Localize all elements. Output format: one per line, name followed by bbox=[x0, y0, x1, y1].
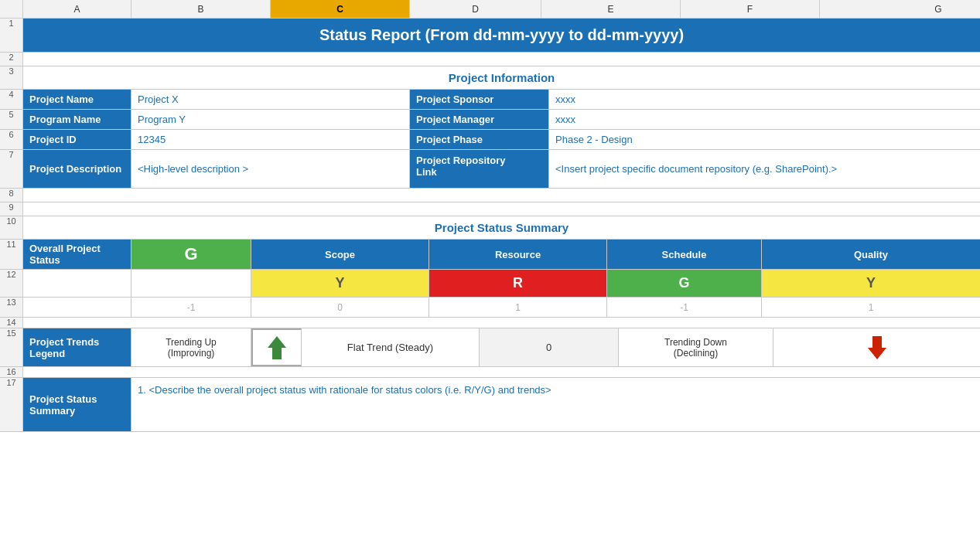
trending-down-arrow bbox=[773, 328, 980, 366]
empty-row-9: 9 bbox=[0, 202, 980, 216]
resource-number: 1 bbox=[429, 298, 607, 317]
col-header-f[interactable]: F bbox=[681, 0, 820, 18]
row-num-4: 4 bbox=[0, 90, 23, 109]
overall-status-label: Overall ProjectStatus bbox=[23, 240, 131, 269]
value-project-name[interactable]: Project X bbox=[131, 90, 410, 109]
col-header-c[interactable]: C bbox=[271, 0, 410, 18]
value-project-sponsor[interactable]: xxxx bbox=[549, 90, 980, 109]
row-num-6: 6 bbox=[0, 130, 23, 149]
status-values-row: 12 Y R G Y bbox=[0, 270, 980, 298]
info-row-1: 4 Project Name Project X Project Sponsor… bbox=[0, 90, 980, 110]
quality-header: Quality bbox=[762, 240, 980, 269]
row-num-9: 9 bbox=[0, 202, 23, 216]
title-cell: Status Report (From dd-mm-yyyy to dd-mm-… bbox=[23, 19, 980, 52]
title-text: Status Report (From dd-mm-yyyy to dd-mm-… bbox=[319, 26, 684, 43]
schedule-status-value: G bbox=[607, 270, 762, 297]
row-num-16: 16 bbox=[0, 367, 23, 377]
label-project-sponsor: Project Sponsor bbox=[410, 90, 549, 109]
row-num-15: 15 bbox=[0, 328, 23, 366]
scope-header: Scope bbox=[251, 240, 429, 269]
label-project-id: Project ID bbox=[23, 130, 131, 149]
title-row: 1 Status Report (From dd-mm-yyyy to dd-m… bbox=[0, 19, 980, 53]
value-project-repository[interactable]: <Insert project specific document reposi… bbox=[549, 150, 980, 188]
row-col-corner bbox=[0, 0, 23, 18]
row-num-1: 1 bbox=[0, 19, 23, 52]
status-cols-header-row: 11 Overall ProjectStatus G Scope Resourc… bbox=[0, 240, 980, 270]
info-row-3: 6 Project ID 12345 Project Phase Phase 2… bbox=[0, 130, 980, 150]
info-row-4: 7 Project Description <High-level descri… bbox=[0, 150, 980, 189]
spreadsheet: A B C D E F G 1 Status Report (From dd-m… bbox=[0, 0, 980, 432]
row-num-14: 14 bbox=[0, 318, 23, 328]
row-num-3: 3 bbox=[0, 66, 23, 89]
label-project-name: Project Name bbox=[23, 90, 131, 109]
resource-status-value: R bbox=[429, 270, 607, 297]
label-program-name: Program Name bbox=[23, 110, 131, 129]
col-header-g[interactable]: G bbox=[820, 0, 980, 18]
trending-up-arrow bbox=[251, 328, 302, 366]
resource-header: Resource bbox=[429, 240, 607, 269]
label-project-manager: Project Manager bbox=[410, 110, 549, 129]
row-num-10: 10 bbox=[0, 216, 23, 239]
overall-status-number: -1 bbox=[131, 298, 251, 317]
status-summary-header-row: 10 Project Status Summary bbox=[0, 216, 980, 240]
row-num-17: 17 bbox=[0, 378, 23, 431]
row-num-8: 8 bbox=[0, 189, 23, 202]
empty-row-14: 14 bbox=[0, 318, 980, 328]
up-arrow-icon bbox=[265, 334, 289, 362]
legend-label: Project Trends Legend bbox=[23, 328, 131, 366]
svg-marker-1 bbox=[868, 336, 886, 359]
value-project-manager[interactable]: xxxx bbox=[549, 110, 980, 129]
row-num-2: 2 bbox=[0, 53, 23, 66]
quality-number: 1 bbox=[762, 298, 980, 317]
empty-row-16: 16 bbox=[0, 367, 980, 378]
scope-status-value: Y bbox=[251, 270, 429, 297]
col-header-b[interactable]: B bbox=[131, 0, 271, 18]
flat-value: 0 bbox=[480, 328, 619, 366]
trending-down-label: Trending Down(Declining) bbox=[619, 328, 773, 366]
status-summary-header: Project Status Summary bbox=[23, 216, 980, 239]
svg-marker-0 bbox=[268, 336, 286, 359]
column-headers: A B C D E F G bbox=[0, 0, 980, 19]
status-text-row: 17 Project StatusSummary 1. <Describe th… bbox=[0, 378, 980, 432]
status-text-content[interactable]: 1. <Describe the overall project status … bbox=[131, 378, 980, 431]
project-info-header: Project Information bbox=[23, 66, 980, 89]
status-numbers-row: 13 -1 0 1 -1 1 bbox=[0, 298, 980, 318]
schedule-number: -1 bbox=[607, 298, 762, 317]
overall-status-value: G bbox=[131, 240, 251, 269]
flat-trend-label: Flat Trend (Steady) bbox=[302, 328, 480, 366]
info-row-2: 5 Program Name Program Y Project Manager… bbox=[0, 110, 980, 130]
trending-up-label: Trending Up(Improving) bbox=[131, 328, 251, 366]
col-header-d[interactable]: D bbox=[410, 0, 541, 18]
label-project-repository: Project RepositoryLink bbox=[410, 150, 549, 188]
legend-row: 15 Project Trends Legend Trending Up(Imp… bbox=[0, 328, 980, 367]
row-num-7: 7 bbox=[0, 150, 23, 188]
value-project-phase[interactable]: Phase 2 - Design bbox=[549, 130, 980, 149]
value-program-name[interactable]: Program Y bbox=[131, 110, 410, 129]
row-num-5: 5 bbox=[0, 110, 23, 129]
label-project-description: Project Description bbox=[23, 150, 131, 188]
project-info-header-row: 3 Project Information bbox=[0, 66, 980, 90]
label-project-phase: Project Phase bbox=[410, 130, 549, 149]
scope-number: 0 bbox=[251, 298, 429, 317]
row-num-13: 13 bbox=[0, 298, 23, 317]
status-text-label: Project StatusSummary bbox=[23, 378, 131, 431]
col-header-e[interactable]: E bbox=[541, 0, 681, 18]
empty-row-2: 2 bbox=[0, 53, 980, 66]
col-header-a[interactable]: A bbox=[23, 0, 131, 18]
empty-row-8: 8 bbox=[0, 189, 980, 202]
value-project-id[interactable]: 12345 bbox=[131, 130, 410, 149]
row-num-11: 11 bbox=[0, 240, 23, 269]
schedule-header: Schedule bbox=[607, 240, 762, 269]
down-arrow-icon bbox=[866, 334, 889, 362]
row-num-12: 12 bbox=[0, 270, 23, 297]
value-project-description[interactable]: <High-level description > bbox=[131, 150, 410, 188]
quality-status-value: Y bbox=[762, 270, 980, 297]
